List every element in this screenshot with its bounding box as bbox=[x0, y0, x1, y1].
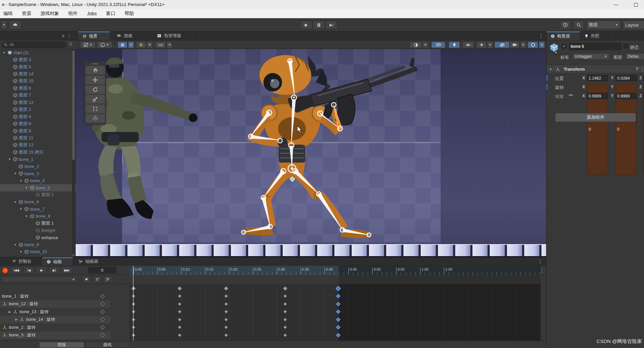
scene-lighting-toggle[interactable] bbox=[449, 41, 460, 48]
hierarchy-item-20[interactable]: 图层 2 bbox=[0, 191, 76, 198]
measure-button[interactable] bbox=[155, 41, 166, 48]
shading-mode-dropdown[interactable]: ▼ bbox=[422, 41, 428, 48]
hierarchy-scrollbar[interactable]: ▼ bbox=[72, 49, 75, 257]
foldout-icon[interactable]: ▼ bbox=[549, 68, 552, 71]
dopesheet-mode-button[interactable]: 简报 bbox=[39, 342, 84, 348]
anim-play-button[interactable]: ▶ bbox=[36, 267, 47, 274]
play-button[interactable]: ▶ bbox=[300, 21, 312, 29]
tab-animation-0[interactable]: 控制台 bbox=[8, 257, 41, 265]
property-key-icon[interactable] bbox=[100, 310, 105, 314]
expand-arrow-icon[interactable]: ▼ bbox=[25, 186, 29, 189]
hierarchy-item-26[interactable]: enhance bbox=[0, 234, 76, 241]
dopesheet-grid[interactable] bbox=[129, 284, 541, 341]
gizmos-toggle[interactable] bbox=[528, 41, 538, 48]
hierarchy-item-11[interactable]: 图层 9 bbox=[0, 127, 76, 134]
hierarchy-auto-icon[interactable]: a bbox=[62, 33, 64, 38]
camera-settings-button[interactable] bbox=[510, 41, 520, 48]
minimize-button[interactable] bbox=[610, 2, 622, 8]
record-button[interactable] bbox=[2, 267, 8, 274]
expand-arrow-icon[interactable]: ▼ bbox=[13, 172, 17, 175]
scale-x-field[interactable]: 0.9999 bbox=[587, 93, 608, 99]
hierarchy-item-4[interactable]: 图层 15 bbox=[0, 78, 76, 85]
camera-settings-dropdown[interactable]: ▼ bbox=[520, 41, 526, 48]
property-key-icon[interactable] bbox=[100, 302, 105, 306]
step-button[interactable]: ▶| bbox=[325, 21, 337, 29]
scene-audio-toggle[interactable] bbox=[463, 41, 474, 48]
hierarchy-item-13[interactable]: 图层 12 bbox=[0, 142, 76, 149]
hierarchy-item-15[interactable]: ▼bone_1 bbox=[0, 156, 76, 163]
animation-menu-icon[interactable]: ⋮ bbox=[538, 259, 543, 265]
hand-tool-button[interactable] bbox=[85, 66, 105, 75]
tab-animation-1[interactable]: 动画 bbox=[42, 257, 73, 265]
gizmos-dropdown[interactable]: ▼ bbox=[539, 41, 545, 48]
hierarchy-menu-icon[interactable]: ⋮ bbox=[67, 33, 72, 39]
help-icon[interactable]: ? bbox=[636, 66, 638, 71]
account-dropdown[interactable]: ▼ bbox=[1, 21, 7, 29]
hierarchy-item-14[interactable]: 图层 15 拷贝 bbox=[0, 149, 76, 156]
hierarchy-item-1[interactable]: 图层 3 bbox=[0, 56, 76, 63]
add-component-button[interactable]: 添加组件 bbox=[555, 113, 636, 122]
maximize-button[interactable] bbox=[630, 2, 642, 8]
hierarchy-item-25[interactable]: firelight bbox=[0, 227, 76, 234]
menu-item-6[interactable]: 帮助 bbox=[125, 11, 134, 17]
grid-snap-toggle[interactable] bbox=[117, 41, 127, 48]
hierarchy-item-0[interactable]: ▼man (1) bbox=[0, 49, 76, 56]
hierarchy-item-19[interactable]: ▼bone_5 bbox=[0, 184, 76, 191]
hierarchy-item-2[interactable]: 图层 5 bbox=[0, 63, 76, 70]
hierarchy-item-24[interactable]: 图层 1 bbox=[0, 220, 76, 227]
rotate-tool-button[interactable] bbox=[85, 85, 105, 94]
hierarchy-scrollbar-thumb[interactable] bbox=[72, 50, 75, 160]
rect-tool-button[interactable] bbox=[85, 104, 105, 113]
effects-dropdown[interactable]: ▼ bbox=[487, 41, 493, 48]
expand-arrow-icon[interactable]: ▼ bbox=[13, 243, 17, 246]
expand-arrow-icon[interactable]: ▼ bbox=[19, 250, 23, 253]
undo-history-button[interactable] bbox=[560, 21, 571, 29]
position-y-field[interactable]: 0.0264 bbox=[615, 75, 637, 81]
snap-increment-button[interactable] bbox=[136, 41, 146, 48]
anim-property-5[interactable]: bone_3 : 旋转 bbox=[0, 331, 110, 339]
active-checkbox[interactable]: ✓ bbox=[562, 44, 566, 48]
transform-tool-button[interactable] bbox=[85, 114, 105, 123]
hierarchy-item-18[interactable]: ▼bone_4 bbox=[0, 177, 76, 184]
next-key-button[interactable]: ▶| bbox=[48, 267, 60, 274]
timeline-ruler[interactable]: 0:000:050:100:150:200:250:300:350:400:45… bbox=[129, 266, 541, 275]
pivot-dropdown[interactable]: ▼ bbox=[97, 41, 112, 48]
pause-button[interactable] bbox=[313, 21, 325, 29]
timeline-menu-icon[interactable]: ⋮ bbox=[539, 268, 544, 274]
hierarchy-item-9[interactable]: 图层 4 bbox=[0, 113, 76, 120]
effects-toggle[interactable] bbox=[476, 41, 486, 48]
scene-viewport[interactable] bbox=[76, 49, 546, 257]
hierarchy-item-10[interactable]: 图层 8 bbox=[0, 120, 76, 127]
tab-animation-2[interactable]: 动画器 bbox=[74, 257, 109, 265]
scale-y-field[interactable]: 0.9999 bbox=[615, 93, 637, 99]
move-tool-button[interactable] bbox=[85, 75, 105, 85]
anim-property-2[interactable]: ▶bone_13 : 旋转 bbox=[0, 308, 110, 316]
scene-menu-icon[interactable]: ⋮ bbox=[538, 33, 543, 39]
hierarchy-item-7[interactable]: 图层 13 bbox=[0, 99, 76, 106]
expand-arrow-icon[interactable]: ▶ bbox=[15, 318, 18, 321]
tab-inspector-1[interactable]: 光照 bbox=[580, 32, 609, 40]
position-x-field[interactable]: 1.2462 bbox=[587, 75, 608, 81]
menu-item-5[interactable]: 窗口 bbox=[106, 11, 115, 17]
tool-settings-dropdown[interactable]: ▼ bbox=[80, 41, 96, 48]
playhead[interactable] bbox=[133, 266, 133, 341]
tab-scene-2[interactable]: 包管理器 bbox=[153, 32, 196, 40]
transform-header[interactable]: ▼ Transform ? ⋮ bbox=[546, 65, 644, 73]
palette-handle[interactable] bbox=[92, 63, 98, 64]
layout-dropdown[interactable]: Layout bbox=[623, 21, 644, 29]
clip-dropdown[interactable]: ▼ bbox=[1, 276, 77, 283]
curves-mode-button[interactable]: 曲线 bbox=[85, 342, 130, 348]
hierarchy-item-8[interactable]: 图层 2 bbox=[0, 106, 76, 113]
tab-inspector-0[interactable]: 检查器 bbox=[546, 32, 580, 40]
snap-increment-dropdown[interactable]: ▼ bbox=[147, 41, 153, 48]
expand-arrow-icon[interactable]: ▼ bbox=[19, 179, 23, 182]
robot-sprite[interactable] bbox=[240, 55, 372, 238]
property-key-icon[interactable] bbox=[100, 317, 105, 322]
anim-property-0[interactable]: bone_1 : 旋转 bbox=[0, 292, 110, 300]
hierarchy-item-6[interactable]: 图层 7 bbox=[0, 92, 76, 99]
menu-item-1[interactable]: 资源 bbox=[22, 11, 31, 17]
hierarchy-item-21[interactable]: ▼bone_6 bbox=[0, 198, 76, 205]
scale-tool-button[interactable] bbox=[85, 95, 105, 104]
anim-property-1[interactable]: bone_12 : 旋转 bbox=[0, 300, 110, 308]
hierarchy-item-23[interactable]: ▼bone_8 bbox=[0, 213, 76, 220]
